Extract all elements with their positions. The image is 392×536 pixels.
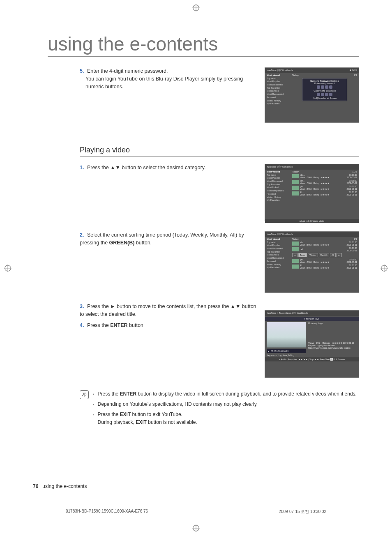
button-label: EXIT bbox=[136, 419, 147, 425]
playback-bar: ►00:00:00 / 00:06:23 bbox=[267, 349, 306, 353]
bullet-icon: ▪ bbox=[93, 390, 95, 398]
crop-mark-icon bbox=[192, 524, 200, 532]
print-footer-left: 01783H-BD-P1590,1590C,1600-XAA-E76 76 bbox=[66, 509, 148, 515]
yt-footer: a Log In b Change Mode bbox=[265, 219, 359, 223]
button-label: EXIT bbox=[120, 412, 131, 417]
page-title: using the e-contents bbox=[48, 33, 359, 57]
bullet-icon: ▪ bbox=[93, 400, 95, 408]
section-title: Playing a video bbox=[80, 146, 359, 156]
crop-mark-icon bbox=[4, 265, 12, 272]
button-label: GREEN(B) bbox=[109, 240, 135, 246]
sort-options: ◄ Today Weekly Monthly All ► bbox=[292, 253, 357, 257]
step-5-text: 5. Enter the 4-digit numeric password. Y… bbox=[80, 67, 265, 90]
footer-label: _ using the e-contents bbox=[38, 483, 87, 489]
step-text-line: Press the ▲▼ button to select the desire… bbox=[87, 165, 206, 170]
yt-header: YouTube | ⓒ Worldwide bbox=[267, 69, 293, 72]
step-number: 1. bbox=[80, 165, 84, 170]
page-footer: 76_ using the e-contents bbox=[33, 483, 87, 489]
step-text-line: button. bbox=[134, 240, 152, 246]
step-text-line: Enter the 4-digit numeric password. bbox=[87, 68, 168, 74]
step-number: 3. bbox=[80, 304, 84, 309]
note-block: ▪ Press the ENTER button to display the … bbox=[80, 390, 359, 428]
step-4-text: 4. Press the ENTER button. bbox=[80, 322, 257, 329]
crop-mark-icon bbox=[192, 4, 200, 12]
print-footer-right: 2009-07-15 오전 10:30:02 bbox=[279, 509, 326, 515]
yt-footer: a Add to Favorites |◄◄/►►| Skip ◄ ► Prev… bbox=[265, 357, 359, 361]
button-label: ENTER bbox=[110, 322, 127, 328]
print-footer: 01783H-BD-P1590,1590C,1600-XAA-E76 76 20… bbox=[66, 509, 326, 515]
step-text-line: You can login YouTube on this Blu-ray Di… bbox=[85, 75, 257, 91]
step-text-line: Select the current sorting time period (… bbox=[80, 232, 244, 246]
step-number: 5. bbox=[80, 68, 84, 74]
note-item: ▪ Press the ENTER button to display the … bbox=[93, 390, 359, 398]
crop-mark-icon bbox=[380, 265, 388, 272]
yt-sidebar: Most viewed Top ratedMost PopularMost Di… bbox=[267, 74, 291, 120]
screenshot-login: YouTube | ⓒ Worldwide▲ Skip Most viewed … bbox=[265, 67, 359, 123]
note-item: ▪ Depending on Youtube's specifications,… bbox=[93, 400, 359, 408]
step-text-line: button. bbox=[128, 322, 145, 328]
password-dialog: Numeric Password Setting Enter new passw… bbox=[302, 78, 347, 101]
screenshot-playback: YouTube > Most viewed ⓒ Worldwide Fallin… bbox=[265, 310, 359, 378]
video-thumbnail bbox=[267, 322, 306, 347]
yt-breadcrumb: YouTube > Most viewed ⓒ Worldwide bbox=[267, 311, 308, 315]
step-text-line: Press the ► button to move to the conten… bbox=[80, 304, 256, 317]
video-title: Falling in love bbox=[265, 317, 359, 321]
video-keywords: Keywords: dog, love, falling bbox=[267, 354, 357, 357]
step-number: 4. bbox=[80, 322, 84, 328]
screenshot-category: YouTube | ⓒ Worldwide Most viewed Top ra… bbox=[265, 164, 359, 221]
button-label: ENTER bbox=[120, 391, 137, 397]
screenshot-sort: YouTube | ⓒ Worldwide Most viewed Top ra… bbox=[265, 231, 359, 293]
step-2-text: 2. Select the current sorting time perio… bbox=[80, 231, 265, 247]
note-icon bbox=[80, 390, 89, 399]
step-text-line: Press the bbox=[87, 322, 110, 328]
step-number: 2. bbox=[80, 232, 84, 238]
yt-skip: ▲ Skip bbox=[349, 69, 357, 72]
note-item: ▪ Press the EXIT button to exit YouTube.… bbox=[93, 411, 359, 426]
page-number: 76 bbox=[33, 483, 38, 489]
bullet-icon: ▪ bbox=[93, 411, 95, 426]
step-3-text: 3. Press the ► button to move to the con… bbox=[80, 303, 257, 318]
step-1-text: 1. Press the ▲▼ button to select the des… bbox=[80, 164, 265, 172]
